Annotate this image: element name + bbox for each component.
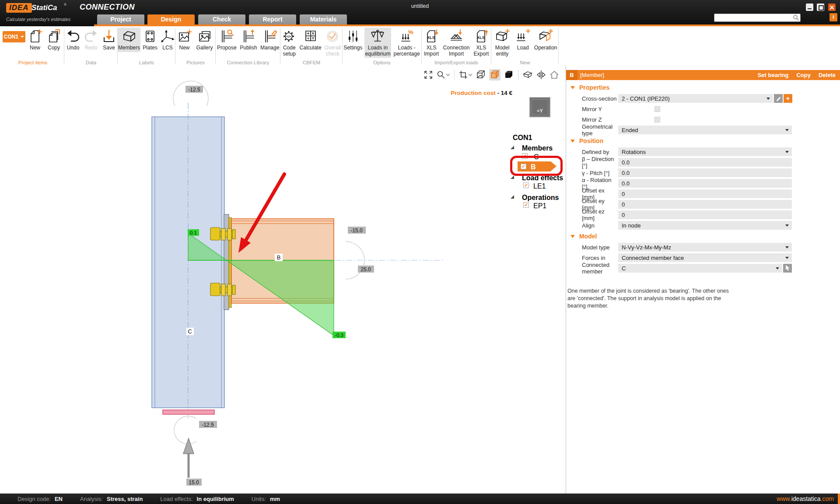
code-setup-gear-icon: </>	[281, 28, 297, 44]
close-button[interactable]	[828, 4, 836, 11]
ribbon-group-connection-library: Propose Publish Manage Connection Librar…	[216, 26, 280, 66]
settings-sliders-icon	[345, 28, 361, 44]
gamma-pitch-label: γ - Pitch [°]	[582, 170, 618, 176]
tab-design[interactable]: Design	[147, 14, 195, 24]
home-view-button[interactable]	[550, 70, 559, 80]
section-view-button[interactable]	[522, 70, 533, 80]
connection-import-button[interactable]: Connection Import	[442, 28, 471, 58]
gallery-button[interactable]: Gallery	[194, 28, 215, 52]
offset-ez-input[interactable]: 0	[618, 210, 792, 219]
zoom-extents-button[interactable]	[424, 70, 433, 80]
loads-percentage-icon: %	[399, 28, 415, 44]
minimize-button[interactable]	[806, 4, 813, 11]
production-cost-value: - 14 €	[497, 90, 513, 96]
new-picture-button[interactable]: New	[176, 28, 193, 52]
xls-import-button[interactable]: XLS XLS Import	[422, 28, 441, 58]
flip-icon	[536, 70, 546, 80]
calculate-button[interactable]: + × ÷ = Calculate	[299, 28, 322, 52]
search-input[interactable]	[714, 14, 801, 22]
forces-in-select[interactable]: Connected member face	[618, 253, 792, 262]
edit-cross-section-button[interactable]	[774, 94, 783, 103]
manage-button[interactable]: Manage	[259, 28, 280, 52]
lcs-labels-toggle[interactable]: LCS	[160, 28, 175, 52]
tree-expander-icon[interactable]	[511, 195, 514, 199]
ribbon-group-cbfem: </> Code setup + × ÷ = Calculate	[281, 26, 342, 66]
plates-labels-toggle[interactable]: Plates	[142, 28, 158, 52]
tree-project-node[interactable]: CON1	[513, 134, 532, 142]
undo-button[interactable]: Undo	[65, 28, 81, 52]
wireframe-view-button[interactable]	[476, 70, 486, 80]
connection-drawing: -12.5	[0, 66, 566, 494]
xls-export-button[interactable]: XLS XLS Export	[472, 28, 490, 58]
copy-member-button[interactable]: Copy	[796, 70, 811, 80]
tab-project[interactable]: Project	[97, 14, 144, 24]
tree-expander-icon[interactable]	[511, 146, 514, 149]
maximize-button[interactable]	[817, 4, 824, 11]
tab-check[interactable]: Check	[198, 14, 245, 24]
alpha-rotation-input[interactable]: 0.0	[618, 179, 792, 188]
collapse-icon	[570, 140, 575, 143]
gamma-pitch-input[interactable]: 0.0	[618, 168, 792, 177]
production-cost: Production cost - 14 €	[451, 90, 512, 96]
load-effects-value: In equilibrium	[197, 496, 234, 502]
offset-ex-input[interactable]: 0	[618, 189, 792, 198]
tree-checkbox-ep1[interactable]: ✓	[523, 202, 529, 208]
mirror-z-checkbox[interactable]	[654, 117, 660, 122]
model-type-select[interactable]: N-Vy-Vz-Mx-My-Mz	[618, 243, 792, 252]
tree-operation-ep1[interactable]: EP1	[533, 202, 546, 210]
view-cube[interactable]: +Y	[529, 97, 550, 117]
save-button[interactable]: Save	[101, 28, 117, 52]
info-button[interactable]: i	[830, 13, 837, 21]
mirror-y-checkbox[interactable]	[654, 106, 660, 112]
align-label: Align	[582, 222, 618, 229]
connected-member-label: Connected member	[582, 262, 618, 275]
publish-button[interactable]: Publish	[239, 28, 259, 52]
geometrical-type-select[interactable]: Ended	[618, 126, 792, 134]
svg-text:XLS: XLS	[427, 35, 435, 40]
delete-member-button[interactable]: Delete	[819, 70, 836, 80]
tree-load-effect-le1[interactable]: LE1	[533, 182, 546, 190]
cross-section-select[interactable]: 2 - CON1 (IPE220)	[618, 94, 773, 103]
clip-tool-button[interactable]	[458, 70, 472, 80]
new-project-item-button[interactable]: New	[27, 28, 43, 52]
project-item-selector[interactable]: CON1	[3, 31, 25, 42]
loads-percentage-button[interactable]: % Loads - percentage	[392, 28, 421, 58]
tree-operations-header[interactable]: Operations	[522, 194, 559, 202]
new-model-entity-button[interactable]: Model entity	[492, 28, 513, 58]
document-title: untitled	[0, 3, 840, 9]
code-setup-button[interactable]: </> Code setup	[281, 28, 298, 58]
transparent-view-button[interactable]	[489, 69, 500, 80]
section-model[interactable]: Model	[566, 231, 840, 242]
tab-report[interactable]: Report	[249, 14, 296, 24]
pick-member-button[interactable]	[783, 264, 792, 273]
defined-by-select[interactable]: Rotations	[618, 147, 792, 156]
beta-direction-input[interactable]: 0.0	[618, 158, 792, 167]
loads-in-equilibrium-toggle[interactable]: Loads in equilibrium	[364, 28, 391, 58]
mirror-view-button[interactable]	[536, 70, 546, 80]
svg-text:XLS: XLS	[477, 35, 485, 40]
tree-checkbox-le1[interactable]: ✓	[523, 182, 529, 188]
model-canvas[interactable]: Production cost - 14 € +Y -12.5	[0, 66, 566, 494]
tree-expander-icon[interactable]	[511, 175, 514, 179]
view-cube-face: +Y	[532, 99, 548, 115]
members-labels-toggle[interactable]: Members	[118, 28, 140, 52]
section-position[interactable]: Position	[566, 135, 840, 147]
tree-members-header[interactable]: Members	[522, 144, 553, 152]
solid-view-button[interactable]	[504, 70, 514, 80]
set-bearing-button[interactable]: Set bearing	[758, 70, 789, 80]
align-select[interactable]: In node	[618, 221, 792, 230]
zoom-tool-button[interactable]	[436, 70, 450, 80]
website-link[interactable]: www.ideastatica.com	[777, 495, 834, 502]
tab-materials[interactable]: Materials	[300, 14, 347, 24]
section-properties[interactable]: Properties	[566, 82, 840, 93]
offset-ey-input[interactable]: 0	[618, 200, 792, 209]
copy-project-item-button[interactable]: Copy	[45, 28, 63, 52]
group-label: New	[492, 60, 558, 65]
connected-member-select[interactable]: C	[618, 264, 782, 273]
new-operation-button[interactable]: Operation	[533, 28, 558, 52]
propose-button[interactable]: Propose	[216, 28, 238, 52]
settings-button[interactable]: Settings	[343, 28, 363, 52]
bolt-assembly-bottom	[210, 283, 235, 296]
add-cross-section-button[interactable]: +	[784, 94, 792, 103]
new-load-button[interactable]: Load	[514, 28, 532, 52]
